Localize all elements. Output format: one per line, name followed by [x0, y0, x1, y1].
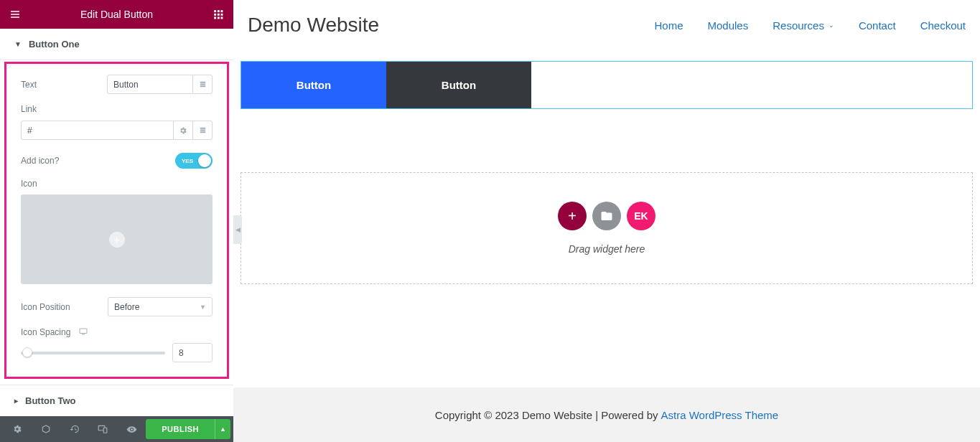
link-label: Link [21, 104, 213, 114]
elements-kit-icon[interactable]: EK [627, 202, 655, 230]
svg-rect-0 [214, 10, 216, 12]
link-input[interactable] [21, 121, 174, 140]
iconpos-value: Before [114, 302, 139, 312]
panel-footer: PUBLISH ▲ [0, 416, 233, 442]
iconspacing-slider[interactable] [21, 352, 165, 354]
responsive-icon[interactable] [89, 416, 118, 442]
text-input[interactable] [107, 75, 193, 94]
section-button-two-header[interactable]: ▸ Button Two [0, 385, 233, 416]
add-section-icon[interactable]: + [558, 202, 587, 230]
publish-button[interactable]: PUBLISH [146, 419, 215, 439]
template-library-icon[interactable] [592, 202, 621, 230]
panel-header: Edit Dual Button [0, 0, 233, 29]
svg-rect-5 [221, 14, 223, 16]
navigator-icon[interactable] [32, 416, 60, 442]
publish-options-caret[interactable]: ▲ [215, 419, 230, 439]
chevron-down-icon: ⌄ [829, 22, 834, 29]
text-row: Text [21, 75, 213, 94]
iconpos-label: Icon Position [21, 302, 108, 312]
dynamic-tags-icon[interactable] [193, 121, 213, 140]
nav-resources-label: Resources [773, 19, 824, 32]
dual-button-two[interactable]: Button [386, 62, 531, 108]
site-header: Demo Website Home Modules Resources ⌄ Co… [233, 0, 980, 50]
addicon-row: Add icon? YES [21, 153, 213, 169]
preview-icon[interactable] [117, 416, 146, 442]
drop-zone[interactable]: + EK Drag widget here [241, 172, 973, 284]
footer-copyright: Copyright © 2023 Demo Website | Powered … [435, 409, 658, 421]
plus-circle-icon: + [109, 232, 125, 248]
menu-icon[interactable] [9, 8, 22, 21]
svg-rect-3 [214, 14, 216, 16]
panel-collapse-handle[interactable]: ◀ [233, 215, 242, 244]
panel-title: Edit Dual Button [22, 9, 212, 20]
drop-actions: + EK [558, 202, 655, 230]
svg-rect-10 [82, 334, 85, 335]
svg-rect-8 [221, 17, 223, 19]
iconpos-select[interactable]: Before ▼ [108, 297, 213, 316]
chevron-down-icon: ▼ [200, 304, 206, 311]
toggle-knob [198, 154, 211, 167]
nav-contact[interactable]: Contact [859, 19, 896, 32]
iconspacing-label: Icon Spacing [21, 327, 70, 337]
caret-right-icon: ▸ [14, 397, 18, 405]
dual-button-one[interactable]: Button [241, 62, 386, 108]
widgets-grid-icon[interactable] [212, 8, 225, 21]
addicon-label: Add icon? [21, 156, 175, 166]
text-label: Text [21, 80, 107, 90]
nav-resources[interactable]: Resources ⌄ [773, 19, 834, 32]
link-options-icon[interactable] [174, 121, 193, 140]
desktop-icon[interactable] [79, 328, 88, 337]
drop-text: Drag widget here [569, 243, 645, 255]
svg-rect-1 [218, 10, 220, 12]
toggle-yes-label: YES [182, 158, 193, 164]
svg-rect-2 [221, 10, 223, 12]
section-title: Button Two [25, 395, 76, 406]
nav-home[interactable]: Home [655, 19, 683, 32]
dual-button-widget[interactable]: Button Button [241, 61, 973, 109]
addicon-toggle[interactable]: YES [175, 153, 213, 169]
site-footer: Copyright © 2023 Demo Website | Powered … [233, 387, 980, 442]
caret-down-icon: ▼ [14, 40, 22, 48]
editor-panel: Edit Dual Button ▼ Button One Text [0, 0, 233, 442]
svg-rect-4 [218, 14, 220, 16]
icon-label: Icon [21, 179, 213, 189]
iconspacing-input[interactable] [172, 343, 213, 362]
preview-area: Demo Website Home Modules Resources ⌄ Co… [233, 0, 980, 442]
main-nav: Home Modules Resources ⌄ Contact Checkou… [655, 19, 966, 32]
svg-rect-7 [218, 17, 220, 19]
svg-rect-12 [104, 428, 108, 433]
nav-modules[interactable]: Modules [708, 19, 749, 32]
icon-upload[interactable]: + [21, 194, 213, 284]
section-button-one-header[interactable]: ▼ Button One [0, 29, 233, 60]
dynamic-tags-icon[interactable] [193, 75, 213, 94]
footer-theme-link[interactable]: Astra WordPress Theme [661, 409, 779, 421]
highlight-box: Text Link [4, 62, 229, 379]
section-title: Button One [29, 39, 80, 50]
site-title: Demo Website [248, 14, 379, 37]
slider-knob[interactable] [22, 347, 32, 357]
svg-rect-6 [214, 17, 216, 19]
nav-checkout[interactable]: Checkout [920, 19, 966, 32]
svg-rect-9 [80, 329, 87, 334]
history-icon[interactable] [60, 416, 89, 442]
settings-icon[interactable] [3, 416, 32, 442]
panel-body: ▼ Button One Text Link [0, 29, 233, 416]
